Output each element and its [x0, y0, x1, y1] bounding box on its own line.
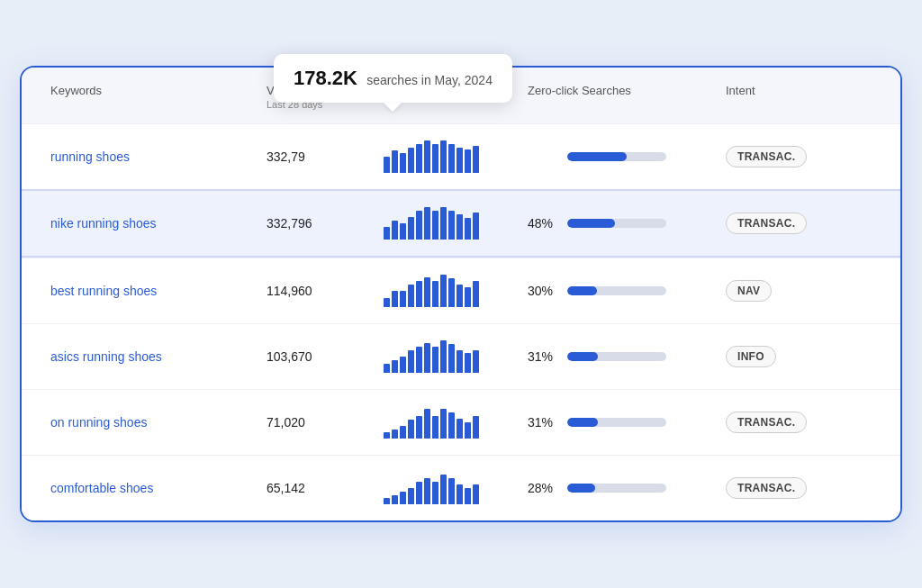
keyword-cell[interactable]: running shoes [50, 149, 267, 165]
keyword-cell[interactable]: asics running shoes [50, 348, 267, 365]
zero-progress-fill [567, 219, 615, 228]
intent-cell: TRANSAC. [726, 213, 843, 234]
zero-pct: 31% [528, 415, 558, 430]
zero-progress-bg [567, 286, 666, 295]
table-row: asics running shoes 103,670 31% INFO [22, 323, 900, 389]
col-intent: Intent [726, 84, 843, 111]
keyword-link[interactable]: on running shoes [50, 415, 147, 430]
main-table-card: Keywords Volume Last 28 days Trend Zero-… [20, 66, 902, 522]
zero-pct: 48% [528, 216, 558, 231]
keyword-cell[interactable]: on running shoes [50, 414, 267, 430]
col-keywords: Keywords [50, 84, 267, 111]
trend-chart [384, 472, 528, 504]
volume-cell: 65,142 [267, 481, 384, 495]
zero-progress-bg [567, 484, 666, 493]
col-zero-click: Zero-click Searches [528, 84, 726, 111]
table-row: best running shoes 114,960 30% NAV [22, 258, 900, 323]
trend-chart [384, 340, 528, 373]
zero-progress-fill [567, 418, 598, 427]
zero-progress-bg [567, 418, 666, 427]
zero-click-cell [528, 152, 726, 161]
keyword-link[interactable]: running shoes [50, 149, 130, 164]
volume-cell: 332,796 [267, 216, 384, 231]
intent-cell: TRANSAC. [726, 412, 843, 433]
tooltip-value: 178.2K [294, 67, 357, 89]
table-row: nike running shoes 332,796 48% TRANSAC. [22, 189, 900, 258]
tooltip-text: searches in May, 2024 [366, 73, 493, 87]
tooltip: 178.2K searches in May, 2024 [274, 54, 512, 103]
keyword-cell[interactable]: best running shoes [50, 283, 267, 299]
keyword-link[interactable]: asics running shoes [50, 349, 162, 364]
intent-cell: INFO [726, 346, 843, 367]
zero-click-cell: 31% [528, 349, 726, 364]
zero-click-cell: 31% [528, 415, 726, 430]
keyword-cell[interactable]: comfortable shoes [50, 480, 267, 496]
trend-chart [384, 207, 528, 240]
zero-progress-fill [567, 484, 595, 493]
zero-progress-bg [567, 219, 666, 228]
keyword-link[interactable]: nike running shoes [50, 216, 157, 231]
trend-chart [384, 275, 528, 307]
intent-cell: TRANSAC. [726, 146, 843, 167]
intent-badge: TRANSAC. [726, 412, 807, 433]
intent-badge: INFO [726, 346, 776, 367]
volume-cell: 114,960 [267, 284, 384, 298]
table-row: 178.2K searches in May, 2024 running sho… [22, 123, 900, 189]
intent-badge: TRANSAC. [726, 477, 807, 499]
intent-badge: TRANSAC. [726, 213, 807, 234]
zero-progress-fill [567, 286, 597, 295]
trend-chart [384, 406, 528, 439]
intent-badge: TRANSAC. [726, 146, 807, 167]
volume-cell: 332,79 [267, 149, 384, 164]
keyword-link[interactable]: best running shoes [50, 284, 157, 298]
zero-progress-fill [567, 352, 598, 361]
zero-progress-fill [567, 152, 627, 161]
zero-progress-bg [567, 352, 666, 361]
zero-click-cell: 28% [528, 481, 726, 495]
zero-pct: 30% [528, 284, 558, 298]
keyword-link[interactable]: comfortable shoes [50, 481, 153, 495]
keyword-cell[interactable]: nike running shoes [50, 215, 267, 231]
intent-cell: NAV [726, 280, 843, 302]
zero-click-cell: 30% [528, 284, 726, 298]
volume-cell: 71,020 [267, 415, 384, 430]
zero-pct: 31% [528, 349, 558, 364]
intent-badge: NAV [726, 280, 772, 302]
zero-click-cell: 48% [528, 216, 726, 231]
table-row: on running shoes 71,020 31% TRANSAC. [22, 389, 900, 455]
table-row: comfortable shoes 65,142 28% TRANSAC. [22, 455, 900, 520]
trend-chart [384, 140, 528, 173]
zero-pct: 28% [528, 481, 558, 495]
zero-progress-bg [567, 152, 666, 161]
volume-cell: 103,670 [267, 349, 384, 364]
intent-cell: TRANSAC. [726, 477, 843, 499]
